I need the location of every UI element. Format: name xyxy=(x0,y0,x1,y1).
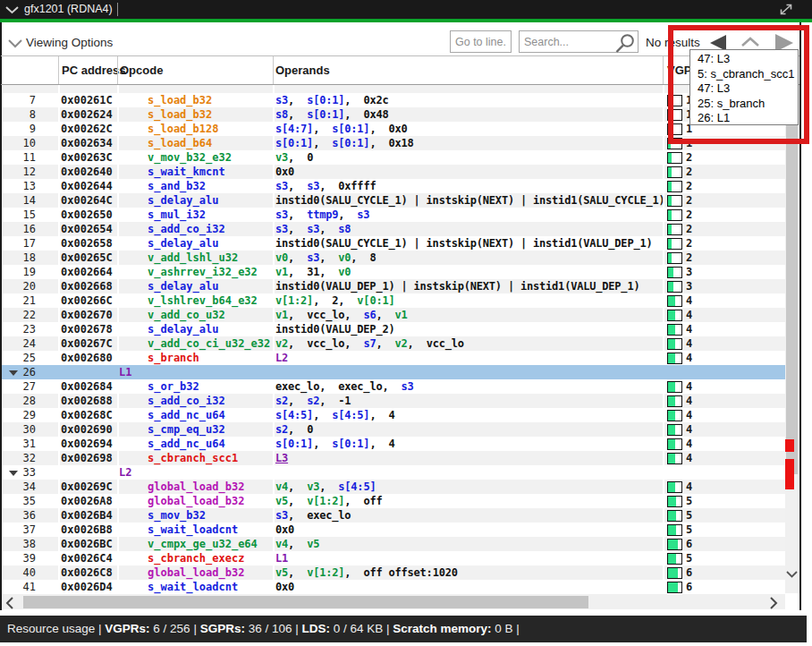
asm-row[interactable]: 230x002678s_delay_aluinstid0(VALU_DEP_2)… xyxy=(2,322,785,336)
asm-row[interactable]: 270x002684s_or_b32exec_lo, exec_lo, s34 xyxy=(2,379,785,394)
vgpr-count: 4 xyxy=(686,308,692,322)
header-divider xyxy=(663,56,664,84)
asm-row[interactable]: 33L2 xyxy=(2,465,785,480)
line-number: 33 xyxy=(2,465,36,480)
operands: s8, s[0:1], 0x48 xyxy=(275,107,388,122)
asm-row[interactable]: 360x0026B4s_mov_b32s3, exec_lo5 xyxy=(2,508,785,523)
asm-row[interactable]: 220x002670v_add_co_u32v1, vcc_lo, s6, v1… xyxy=(2,308,785,322)
operand-token: s3 xyxy=(275,180,288,192)
opcode: s_delay_alu xyxy=(148,279,218,293)
collapse-triangle-icon[interactable] xyxy=(9,370,18,376)
vgpr-count: 2 xyxy=(686,208,692,222)
vertical-scrollbar-thumb[interactable] xyxy=(786,98,798,474)
asm-row[interactable]: 350x0026A8global_load_b32v5, v[1:2], off… xyxy=(2,494,785,508)
chevron-down-icon[interactable] xyxy=(5,6,19,14)
scroll-right-icon[interactable] xyxy=(770,597,778,609)
operand-token: off offset:1020 xyxy=(363,566,457,579)
asm-row[interactable]: 120x002640s_wait_kmcnt0x02 xyxy=(2,165,785,179)
column-header-operands: Operands xyxy=(275,64,330,77)
asm-row[interactable]: 90x00262Cs_load_b128s[4:7], s[0:1], 0x01 xyxy=(2,122,785,136)
disassembly-table[interactable]: 70x00261Cs_load_b32s3, s[0:1], 0x2c180x0… xyxy=(2,85,785,594)
asm-row[interactable]: 280x002688s_add_co_i32s2, s2, -14 xyxy=(2,394,785,408)
operands: s3, ttmp9, s3 xyxy=(275,208,369,222)
pc-address: 0x002678 xyxy=(61,322,113,336)
line-number: 10 xyxy=(2,136,36,150)
opcode: s_delay_alu xyxy=(148,193,218,208)
vgpr-pressure-bar xyxy=(667,166,682,178)
asm-row[interactable]: 110x00263Cv_mov_b32_e32v3, 02 xyxy=(2,150,785,165)
asm-row[interactable]: 80x002624s_load_b32s8, s[0:1], 0x481 xyxy=(2,107,785,122)
collapse-triangle-icon[interactable] xyxy=(9,471,18,476)
operands: s2, 0 xyxy=(275,422,313,437)
operands: s3, s[0:1], 0x2c xyxy=(275,93,388,107)
asm-row[interactable]: 400x0026C8global_load_b32v5, v[1:2], off… xyxy=(2,565,785,580)
line-number: 13 xyxy=(2,179,36,193)
asm-row[interactable]: 70x00261Cs_load_b32s3, s[0:1], 0x2c1 xyxy=(2,93,785,107)
asm-row[interactable]: 410x0026D4s_wait_loadcnt0x06 xyxy=(2,580,785,594)
resource-label: SGPRs: xyxy=(200,622,245,635)
expand-icon[interactable] xyxy=(779,4,793,16)
viewing-options-label[interactable]: Viewing Options xyxy=(26,36,113,49)
opcode: s_cbranch_execz xyxy=(148,551,244,565)
opcode: v_mov_b32_e32 xyxy=(148,150,232,165)
asm-row[interactable]: 190x002664v_ashrrev_i32_e32v1, 31, v03 xyxy=(2,265,785,279)
branch-target-item[interactable]: 47: L3 xyxy=(690,81,798,97)
search-icon[interactable] xyxy=(614,33,635,54)
horizontal-scrollbar-thumb[interactable] xyxy=(23,596,588,608)
operand-token: s3 xyxy=(307,251,319,264)
vgpr-count: 2 xyxy=(686,179,692,193)
vgpr-count: 4 xyxy=(686,394,692,408)
asm-row[interactable]: 290x00268Cs_add_nc_u64s[4:5], s[4:5], 44 xyxy=(2,408,785,422)
operand-token: v4 xyxy=(275,538,288,550)
operand-token: s3 xyxy=(307,180,319,192)
asm-row[interactable]: 370x0026B8s_wait_loadcnt0x05 xyxy=(2,523,785,537)
line-number: 41 xyxy=(2,580,36,594)
collapse-up-button[interactable] xyxy=(740,37,760,47)
tab-separator xyxy=(117,3,118,16)
asm-row[interactable]: 180x00265Cv_add_lshl_u32v0, s3, v0, 82 xyxy=(2,251,785,265)
resource-label: VGPRs: xyxy=(105,622,149,635)
branch-target-item[interactable]: 47: L3 xyxy=(690,52,798,67)
asm-row[interactable]: 150x002650s_mul_i32s3, ttmp9, s32 xyxy=(2,208,785,222)
asm-row[interactable]: 210x00266Cv_lshlrev_b64_e32v[1:2], 2, v[… xyxy=(2,293,785,308)
operand-token: s3 xyxy=(275,94,288,106)
vgpr-pressure-fill xyxy=(668,353,675,363)
operands: s[0:1], s[0:1], 0x18 xyxy=(275,136,414,150)
asm-row[interactable]: 240x00267Cv_add_co_ci_u32_e32v2, vcc_lo,… xyxy=(2,336,785,351)
branch-target-item[interactable]: 25: s_branch xyxy=(690,97,798,112)
goto-line-input[interactable] xyxy=(450,30,512,53)
vgpr-count: 2 xyxy=(686,222,692,236)
accent-bar xyxy=(0,19,812,22)
vgpr-pressure-bar xyxy=(667,353,682,364)
line-number: 8 xyxy=(2,107,36,122)
pc-address: 0x00267C xyxy=(61,336,113,351)
asm-row[interactable]: 300x002690s_cmp_eq_u32s2, 04 xyxy=(2,422,785,437)
asm-row[interactable]: 380x0026BCv_cmpx_ge_u32_e64v4, v56 xyxy=(2,537,785,551)
asm-row[interactable]: 140x00264Cs_delay_aluinstid0(SALU_CYCLE_… xyxy=(2,193,785,208)
operands: exec_lo, exec_lo, s3 xyxy=(275,379,414,394)
scroll-down-icon[interactable] xyxy=(786,571,798,578)
operand-token: v4 xyxy=(275,480,288,493)
vgpr-pressure-fill xyxy=(668,339,675,349)
branch-target-item[interactable]: 26: L1 xyxy=(690,111,798,126)
branch-target-item[interactable]: 5: s_cbranch_scc1 xyxy=(690,67,798,82)
asm-row[interactable]: 26L1 xyxy=(2,365,785,379)
asm-row[interactable]: 130x002644s_and_b32s3, s3, 0xffff2 xyxy=(2,179,785,193)
asm-row[interactable]: 340x00269Cglobal_load_b32v4, v3, s[4:5]4 xyxy=(2,480,785,494)
operand-token: v1 xyxy=(395,309,408,321)
operand-token: s2 xyxy=(275,423,288,436)
asm-row[interactable]: 170x002658s_delay_aluinstid0(SALU_CYCLE_… xyxy=(2,236,785,251)
operand-token: s[0:1] xyxy=(275,137,313,149)
asm-row[interactable]: 250x002680s_branchL24 xyxy=(2,351,785,365)
operand-token: s3 xyxy=(357,208,369,221)
asm-row[interactable]: 320x002698s_cbranch_scc1L34 xyxy=(2,451,785,465)
asm-row[interactable]: 390x0026C4s_cbranch_execzL15 xyxy=(2,551,785,565)
viewing-options-chevron-icon[interactable] xyxy=(8,39,22,48)
tab-title[interactable]: gfx1201 (RDNA4) xyxy=(24,3,113,15)
asm-row[interactable]: 200x002668s_delay_aluinstid0(VALU_DEP_1)… xyxy=(2,279,785,293)
vgpr-pressure-bar xyxy=(667,181,682,192)
asm-row[interactable]: 310x002694s_add_nc_u64s[0:1], s[0:1], 44 xyxy=(2,437,785,451)
asm-row[interactable]: 160x002654s_add_co_i32s3, s3, s82 xyxy=(2,222,785,236)
scroll-left-icon[interactable] xyxy=(5,597,13,609)
asm-row[interactable]: 100x002634s_load_b64s[0:1], s[0:1], 0x18… xyxy=(2,136,785,150)
